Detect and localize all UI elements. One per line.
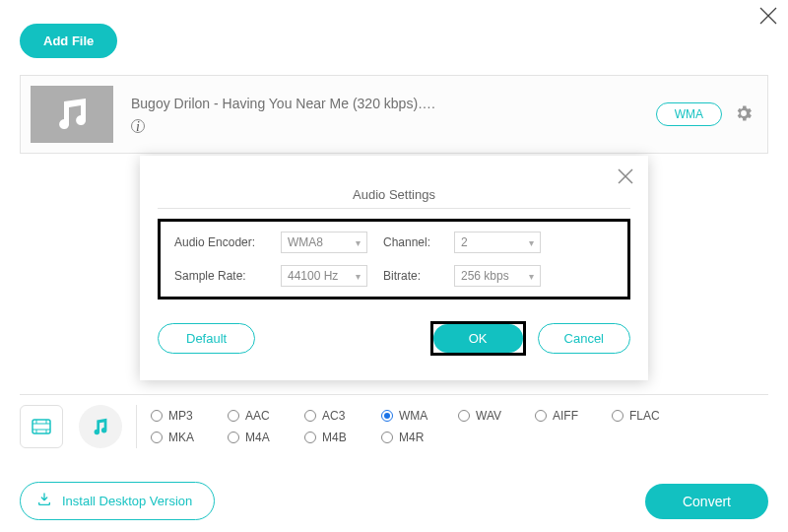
chevron-down-icon: ▾	[529, 237, 534, 248]
radio-icon	[381, 410, 393, 422]
format-label: AAC	[245, 409, 270, 423]
format-label: WMA	[399, 409, 427, 423]
footer-bar: Install Desktop Version Convert	[20, 482, 768, 520]
dialog-title: Audio Settings	[158, 187, 630, 202]
dialog-close-icon[interactable]	[617, 167, 634, 188]
format-option-ac3[interactable]: AC3	[304, 409, 381, 423]
format-option-mka[interactable]: MKA	[151, 431, 228, 444]
chevron-down-icon: ▾	[356, 237, 361, 248]
track-thumbnail	[31, 86, 113, 143]
window-close-icon[interactable]	[758, 6, 778, 29]
format-label: M4B	[322, 431, 347, 444]
format-label: M4A	[245, 431, 270, 444]
radio-icon	[304, 432, 316, 443]
add-file-button[interactable]: Add File	[20, 24, 117, 58]
select-audio-encoder[interactable]: WMA8▾	[281, 232, 367, 253]
ok-highlight-box: OK	[430, 321, 526, 356]
radio-icon	[228, 410, 239, 422]
radio-icon	[535, 410, 547, 422]
install-desktop-button[interactable]: Install Desktop Version	[20, 482, 215, 520]
audio-settings-dialog: Audio Settings Audio Encoder: WMA8▾ Chan…	[140, 156, 648, 380]
select-channel[interactable]: 2▾	[454, 232, 541, 253]
track-title: Bugoy Drilon - Having You Near Me (320 k…	[131, 96, 656, 111]
radio-icon	[381, 432, 393, 443]
format-label: FLAC	[629, 409, 660, 423]
ok-button[interactable]: OK	[433, 324, 523, 353]
format-option-wma[interactable]: WMA	[381, 409, 458, 423]
format-options: MP3AACAC3WMAWAVAIFFFLACMKAM4AM4BM4R	[151, 409, 689, 444]
select-bitrate[interactable]: 256 kbps▾	[454, 265, 541, 287]
settings-fields-group: Audio Encoder: WMA8▾ Channel: 2▾ Sample …	[158, 219, 630, 299]
format-label: AIFF	[553, 409, 578, 423]
radio-icon	[151, 432, 163, 443]
label-bitrate: Bitrate:	[383, 269, 442, 283]
label-channel: Channel:	[383, 235, 442, 249]
convert-button[interactable]: Convert	[645, 484, 768, 519]
select-sample-rate[interactable]: 44100 Hz▾	[281, 265, 367, 287]
format-option-m4a[interactable]: M4A	[228, 431, 304, 444]
format-option-wav[interactable]: WAV	[458, 409, 535, 423]
radio-icon	[458, 410, 470, 422]
format-option-flac[interactable]: FLAC	[612, 409, 689, 423]
cancel-button[interactable]: Cancel	[538, 323, 630, 354]
format-label: MKA	[168, 431, 194, 444]
chevron-down-icon: ▾	[529, 271, 534, 282]
radio-icon	[612, 410, 624, 422]
format-label: MP3	[168, 409, 193, 423]
info-icon[interactable]: i	[131, 119, 145, 133]
format-output-button[interactable]: WMA	[656, 102, 722, 126]
format-option-mp3[interactable]: MP3	[151, 409, 228, 423]
default-button[interactable]: Default	[158, 323, 255, 354]
video-mode-button[interactable]	[20, 405, 63, 448]
radio-icon	[304, 410, 316, 422]
label-sample-rate: Sample Rate:	[174, 269, 269, 283]
format-option-aiff[interactable]: AIFF	[535, 409, 612, 423]
radio-icon	[228, 432, 239, 443]
format-option-m4b[interactable]: M4B	[304, 431, 381, 444]
chevron-down-icon: ▾	[356, 271, 361, 282]
radio-icon	[151, 410, 163, 422]
format-label: WAV	[476, 409, 501, 423]
separator	[136, 405, 137, 448]
format-option-aac[interactable]: AAC	[228, 409, 304, 423]
label-audio-encoder: Audio Encoder:	[174, 235, 269, 249]
download-icon	[36, 492, 52, 510]
install-desktop-label: Install Desktop Version	[62, 494, 192, 508]
svg-rect-4	[33, 420, 50, 433]
gear-icon[interactable]	[734, 103, 754, 126]
audio-mode-button[interactable]	[79, 405, 122, 448]
divider	[158, 208, 630, 209]
format-label: M4R	[399, 431, 424, 444]
format-bar: MP3AACAC3WMAWAVAIFFFLACMKAM4AM4BM4R	[20, 394, 768, 448]
track-row: Bugoy Drilon - Having You Near Me (320 k…	[20, 75, 768, 154]
format-option-m4r[interactable]: M4R	[381, 431, 458, 444]
format-label: AC3	[322, 409, 345, 423]
